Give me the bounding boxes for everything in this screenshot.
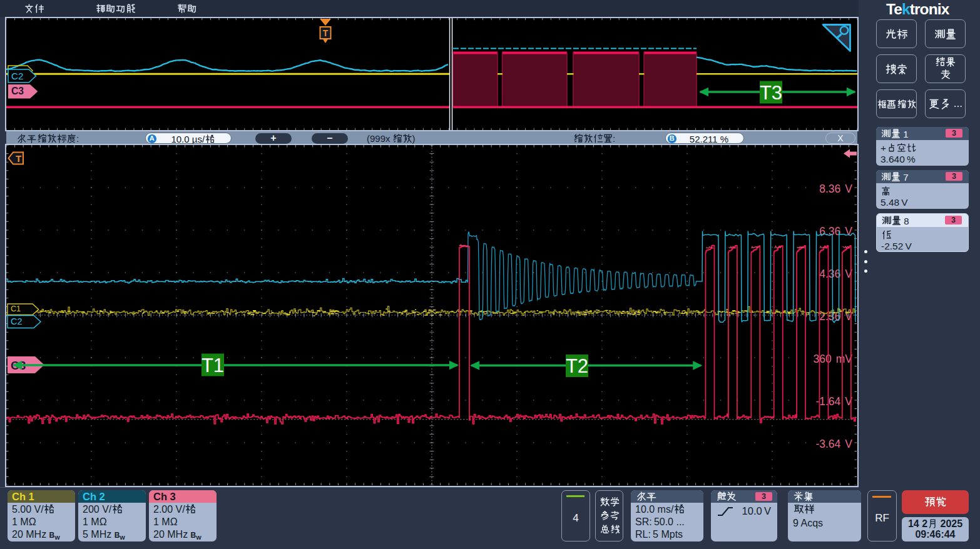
svg-text:C2: C2 [11,71,23,81]
svg-text:T: T [323,28,329,38]
svg-text:T2: T2 [566,355,588,377]
svg-text:-1.64 V: -1.64 V [815,395,852,408]
svg-text:6.36 V: 6.36 V [819,225,852,238]
svg-text:T: T [16,153,21,164]
svg-text:T3: T3 [760,82,782,104]
svg-text:8.36 V: 8.36 V [819,183,852,195]
svg-text:C1: C1 [11,305,21,313]
svg-text:-3.64 V: -3.64 V [815,438,852,450]
svg-text:C2: C2 [11,316,22,326]
svg-text:4.36 V: 4.36 V [819,268,852,280]
svg-text:T1: T1 [202,355,224,376]
svg-text:C3: C3 [11,86,24,96]
